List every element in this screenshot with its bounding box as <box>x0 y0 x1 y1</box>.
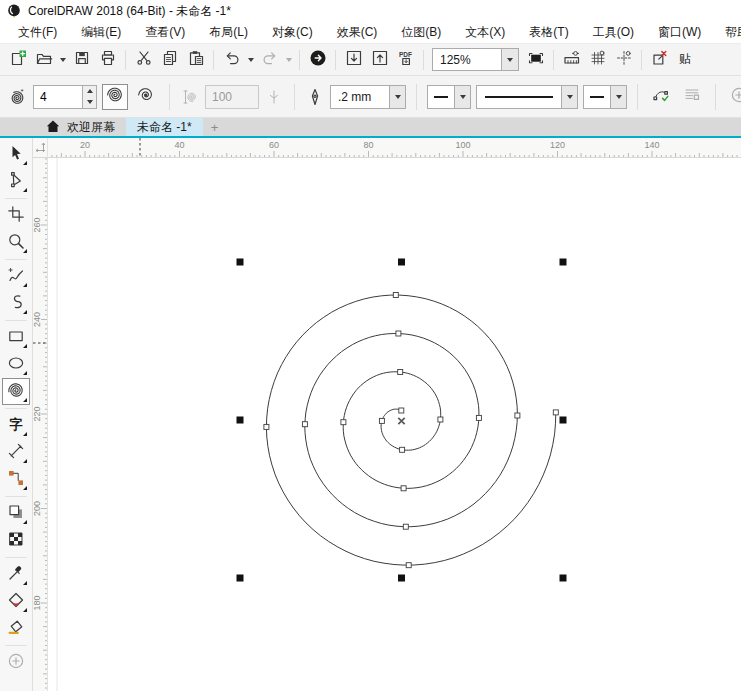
cut-button[interactable] <box>131 47 156 72</box>
curve-node[interactable] <box>400 447 405 452</box>
selection-handle[interactable] <box>560 575 567 582</box>
export-button[interactable] <box>367 47 392 72</box>
horizontal-ruler[interactable]: 20406080100120140 <box>48 138 741 158</box>
selection-handle[interactable] <box>237 575 244 582</box>
curve-node[interactable] <box>406 563 411 568</box>
end-arrowhead-combo[interactable] <box>583 85 627 109</box>
curve-node[interactable] <box>515 413 520 418</box>
shape-tool[interactable] <box>2 168 30 195</box>
ruler-origin-corner[interactable] <box>33 138 48 158</box>
curve-node[interactable] <box>438 417 443 422</box>
pdf-publish-button[interactable]: PDF <box>393 47 418 72</box>
zoom-level-combo[interactable]: 125% <box>432 48 519 71</box>
interactive-fill-tool[interactable] <box>2 588 30 615</box>
selection-handle[interactable] <box>560 259 567 266</box>
undo-dropdown[interactable] <box>245 47 256 72</box>
menu-item-1[interactable]: 编辑(E) <box>69 22 133 43</box>
symmetric-spiral-button[interactable] <box>102 84 128 110</box>
vertical-ruler[interactable]: 260240220200180 <box>33 158 48 691</box>
outline-width-dropdown[interactable] <box>389 86 405 108</box>
object-center-marker[interactable] <box>398 418 404 424</box>
drop-shadow-tool[interactable] <box>2 500 30 527</box>
new-document-button[interactable] <box>5 47 30 72</box>
new-tab-button[interactable]: + <box>203 118 227 136</box>
curve-node[interactable] <box>398 370 403 375</box>
curve-node[interactable] <box>396 331 401 336</box>
spin-up-button[interactable] <box>83 86 96 97</box>
ellipse-tool[interactable] <box>2 351 30 378</box>
paste-button[interactable] <box>183 47 208 72</box>
undo-button[interactable] <box>219 47 244 72</box>
print-button[interactable] <box>95 47 120 72</box>
selection-handle[interactable] <box>237 259 244 266</box>
snap-off-button[interactable] <box>647 47 672 72</box>
curve-node[interactable] <box>399 408 404 413</box>
menu-item-10[interactable]: 窗口(W) <box>646 22 713 43</box>
start-arrowhead-combo[interactable] <box>427 85 471 109</box>
menu-item-4[interactable]: 对象(C) <box>260 22 325 43</box>
show-grid-button[interactable] <box>585 47 610 72</box>
curve-node[interactable] <box>379 418 384 423</box>
menu-item-5[interactable]: 效果(C) <box>325 22 390 43</box>
spiral-object[interactable] <box>264 293 558 568</box>
menu-item-6[interactable]: 位图(B) <box>389 22 453 43</box>
close-curve-button[interactable] <box>648 84 674 110</box>
open-document-button[interactable] <box>31 47 56 72</box>
menu-item-9[interactable]: 工具(O) <box>581 22 646 43</box>
spin-down-button[interactable] <box>83 97 96 108</box>
outline-width-combo[interactable]: .2 mm <box>330 85 406 109</box>
curve-node[interactable] <box>401 486 406 491</box>
selection-handle[interactable] <box>398 575 405 582</box>
spiral-revolutions-input[interactable] <box>33 85 83 109</box>
rectangle-tool[interactable] <box>2 324 30 351</box>
launch-button[interactable] <box>305 47 330 72</box>
zoom-level-dropdown[interactable] <box>502 48 519 71</box>
show-guidelines-button[interactable] <box>611 47 636 72</box>
end-arrowhead-dropdown[interactable] <box>610 86 626 108</box>
spiral-tool[interactable] <box>2 378 30 405</box>
line-style-combo[interactable] <box>476 85 578 109</box>
menu-item-3[interactable]: 布局(L) <box>197 22 260 43</box>
selection-handle[interactable] <box>398 259 405 266</box>
freehand-tool[interactable] <box>2 263 30 290</box>
zoom-tool[interactable] <box>2 229 30 256</box>
show-rulers-button[interactable] <box>559 47 584 72</box>
curve-node[interactable] <box>393 293 398 298</box>
line-style-dropdown[interactable] <box>561 86 577 108</box>
drawing-canvas[interactable] <box>48 158 741 691</box>
menu-item-7[interactable]: 文本(X) <box>453 22 517 43</box>
spiral-revolutions-spinner[interactable] <box>33 85 97 109</box>
curve-node[interactable] <box>264 424 269 429</box>
text-tool[interactable]: 字 <box>2 412 30 439</box>
pick-tool[interactable] <box>2 141 30 168</box>
selection-handle[interactable] <box>560 417 567 424</box>
start-arrowhead-dropdown[interactable] <box>454 86 470 108</box>
tab-document-1[interactable]: 未命名 -1* <box>126 118 203 136</box>
curve-node[interactable] <box>403 524 408 529</box>
fullscreen-preview-button[interactable] <box>523 47 548 72</box>
logarithmic-spiral-button[interactable] <box>133 84 159 110</box>
copy-button[interactable] <box>157 47 182 72</box>
smart-fill-tool[interactable] <box>2 615 30 642</box>
curve-node[interactable] <box>553 410 558 415</box>
selection-handle[interactable] <box>237 417 244 424</box>
menu-item-8[interactable]: 表格(T) <box>517 22 580 43</box>
save-button[interactable] <box>69 47 94 72</box>
import-button[interactable] <box>341 47 366 72</box>
curve-node[interactable] <box>341 420 346 425</box>
crop-tool[interactable] <box>2 202 30 229</box>
tab-welcome-screen[interactable]: 欢迎屏幕 <box>33 118 126 136</box>
transparency-tool[interactable] <box>2 527 30 554</box>
menu-item-2[interactable]: 查看(V) <box>133 22 197 43</box>
customize-plus[interactable] <box>2 649 30 676</box>
curve-node[interactable] <box>302 422 307 427</box>
open-document-dropdown[interactable] <box>57 47 68 72</box>
connector-tool[interactable] <box>2 466 30 493</box>
color-eyedropper-tool[interactable] <box>2 561 30 588</box>
two-point-line-tool[interactable] <box>2 290 30 317</box>
menu-item-0[interactable]: 文件(F) <box>6 22 69 43</box>
parallel-dimension-tool[interactable] <box>2 439 30 466</box>
snap-to-label[interactable]: 贴 <box>673 51 693 68</box>
menu-item-11[interactable]: 帮助(H) <box>713 22 741 43</box>
curve-node[interactable] <box>476 415 481 420</box>
